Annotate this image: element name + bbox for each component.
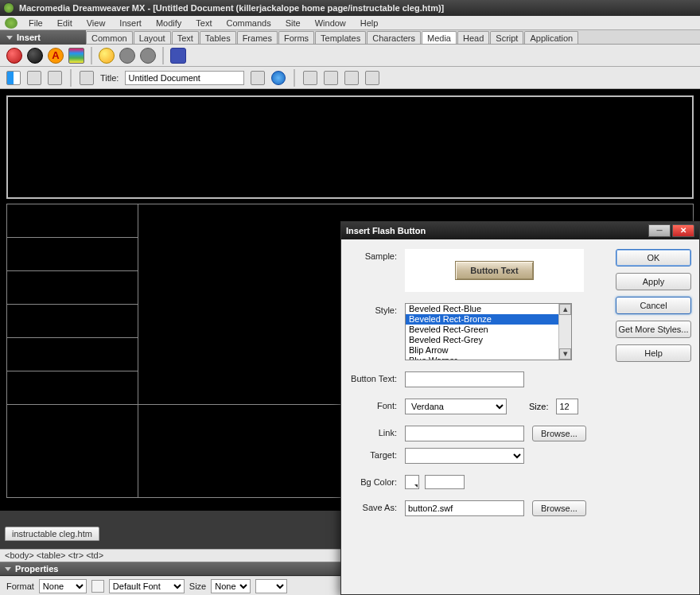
activex-icon[interactable] [140, 48, 156, 64]
format-label: Format [6, 581, 34, 591]
flash-button-icon[interactable] [27, 48, 43, 64]
document-file-tab[interactable]: instructable cleg.htm [5, 527, 99, 541]
tab-characters[interactable]: Characters [367, 31, 421, 44]
dialog-form-area: Sample: Button Text Style: Beveled Rect-… [341, 239, 608, 594]
flash-icon[interactable] [6, 48, 22, 64]
size-unit-select[interactable] [255, 579, 287, 593]
menu-help[interactable]: Help [354, 17, 385, 29]
style-option[interactable]: Beveled Rect-Grey [406, 335, 571, 345]
tab-frames[interactable]: Frames [237, 31, 278, 44]
scrollbar[interactable]: ▴▾ [558, 304, 571, 360]
title-input[interactable] [125, 71, 244, 85]
reference-icon[interactable] [324, 71, 338, 85]
cancel-button[interactable]: Cancel [616, 297, 691, 314]
separator [162, 47, 164, 64]
insert-flash-button-dialog: Insert Flash Button ─ ✕ Sample: Button T… [340, 221, 700, 595]
menu-edit[interactable]: Edit [51, 17, 79, 29]
separator [70, 69, 72, 87]
split-view-icon[interactable] [27, 71, 41, 85]
live-view-icon[interactable] [80, 71, 94, 85]
shockwave-icon[interactable] [68, 48, 84, 64]
get-more-styles-button[interactable]: Get More Styles... [616, 321, 691, 338]
sample-button-preview[interactable]: Button Text [455, 261, 533, 280]
minimize-button[interactable]: ─ [648, 224, 671, 237]
size-select[interactable]: None [211, 579, 251, 593]
menu-modify[interactable]: Modify [150, 17, 188, 29]
tab-templates[interactable]: Templates [315, 31, 366, 44]
bgcolor-label: Bg Color: [349, 475, 405, 487]
param-icon[interactable] [119, 48, 135, 64]
style-option[interactable]: Blip Arrow [406, 345, 571, 356]
tab-common[interactable]: Common [86, 31, 133, 44]
size-input[interactable] [556, 399, 578, 414]
tab-media[interactable]: Media [422, 31, 457, 44]
code-nav-icon[interactable] [344, 71, 359, 85]
table-cell[interactable] [7, 305, 138, 338]
preview-browser-icon[interactable] [271, 71, 286, 85]
size-label: Size [189, 581, 206, 591]
close-button[interactable]: ✕ [672, 224, 694, 237]
button-text-label: Button Text: [349, 371, 405, 383]
menu-site[interactable]: Site [279, 17, 307, 29]
table-cell[interactable] [7, 338, 138, 371]
scroll-down-icon[interactable]: ▾ [559, 348, 571, 360]
table-col-1 [7, 204, 138, 497]
dialog-titlebar[interactable]: Insert Flash Button ─ ✕ [341, 222, 699, 239]
sample-label: Sample: [349, 249, 405, 261]
tab-tables[interactable]: Tables [200, 31, 236, 44]
table-cell[interactable] [7, 238, 138, 271]
size-label: Size: [529, 402, 548, 411]
table-cell[interactable] [7, 204, 138, 238]
refresh-icon[interactable] [303, 71, 317, 85]
link-input[interactable] [405, 426, 524, 441]
ok-button[interactable]: OK [616, 249, 691, 266]
dialog-title: Insert Flash Button [346, 226, 426, 235]
menu-insert[interactable]: Insert [113, 17, 148, 29]
tab-forms[interactable]: Forms [278, 31, 314, 44]
tab-application[interactable]: Application [524, 31, 578, 44]
format-select[interactable]: None [39, 579, 87, 593]
view-options-icon[interactable] [365, 71, 379, 85]
table-cell[interactable] [7, 371, 138, 405]
collapse-arrow-icon [5, 567, 11, 571]
tab-script[interactable]: Script [490, 31, 523, 44]
tab-text[interactable]: Text [172, 31, 199, 44]
flash-text-icon[interactable]: A [48, 48, 64, 64]
help-button[interactable]: Help [616, 344, 691, 362]
menu-window[interactable]: Window [309, 17, 352, 29]
font-select[interactable]: Verdana [405, 399, 507, 414]
style-option[interactable]: Beveled Rect-Green [406, 325, 571, 335]
separator [91, 47, 92, 64]
page-header-region [6, 95, 694, 199]
menu-view[interactable]: View [80, 17, 112, 29]
file-management-icon[interactable] [251, 71, 265, 85]
design-view-icon[interactable] [48, 71, 62, 85]
link-browse-button[interactable]: Browse... [532, 426, 586, 441]
table-cell[interactable] [7, 271, 138, 305]
style-option[interactable]: Blue Warper [406, 356, 571, 360]
saveas-input[interactable] [405, 500, 524, 516]
menu-file[interactable]: File [22, 17, 49, 29]
saveas-browse-button[interactable]: Browse... [532, 500, 586, 516]
style-option[interactable]: Beveled Rect-Blue [406, 304, 571, 314]
properties-label: Properties [15, 564, 58, 574]
scroll-up-icon[interactable]: ▴ [559, 304, 571, 315]
target-select[interactable] [405, 448, 524, 464]
menu-commands[interactable]: Commands [220, 17, 277, 29]
font-select[interactable]: Default Font [109, 579, 185, 593]
tab-head[interactable]: Head [457, 31, 489, 44]
bgcolor-input[interactable] [425, 475, 465, 489]
color-picker-swatch[interactable] [405, 475, 419, 489]
insert-panel-header[interactable]: Insert [0, 30, 86, 45]
code-view-icon[interactable] [6, 71, 21, 85]
apply-button[interactable]: Apply [616, 273, 691, 290]
css-mode-icon[interactable] [91, 580, 104, 593]
applet-icon[interactable] [99, 48, 115, 64]
app-icon [3, 2, 14, 14]
style-listbox[interactable]: Beveled Rect-Blue Beveled Rect-Bronze Be… [405, 303, 572, 360]
plugin-icon[interactable] [170, 48, 186, 64]
tab-layout[interactable]: Layout [134, 31, 171, 44]
style-option-selected[interactable]: Beveled Rect-Bronze [406, 314, 571, 325]
menu-text[interactable]: Text [189, 17, 218, 29]
button-text-input[interactable] [405, 371, 524, 387]
